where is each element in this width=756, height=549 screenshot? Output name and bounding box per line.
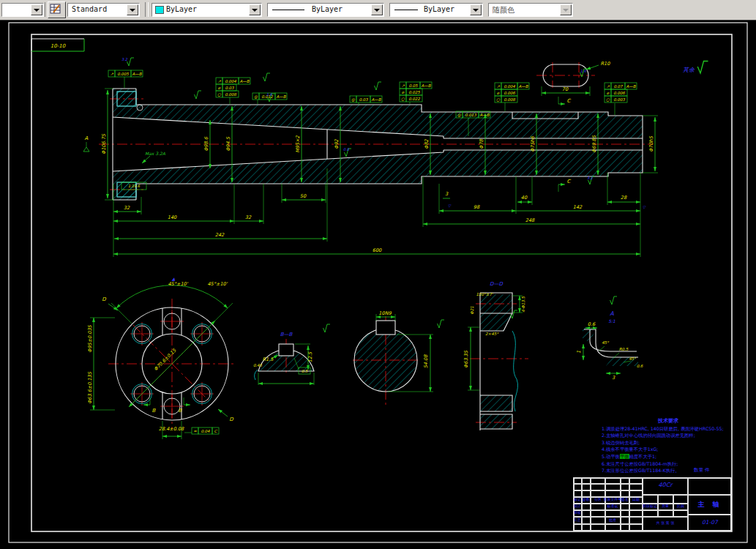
style-table-pencil-icon	[48, 2, 64, 16]
lineweight-control-combo[interactable]: ByLayer	[389, 3, 483, 17]
note-line: 5.动平衡平衡精度不大于1;	[602, 453, 735, 460]
roughness-icon	[323, 324, 331, 332]
gdt-frame-text: A—B	[132, 72, 142, 76]
title-block-cell	[582, 517, 591, 524]
title-block-label: 审核	[574, 510, 581, 515]
dim-label: D	[102, 296, 106, 302]
gdt-frame-text: ⌀	[402, 90, 405, 94]
dim-label: 242	[215, 232, 225, 238]
color-control-combo[interactable]: ByLayer	[151, 3, 262, 17]
dim-label: 40	[521, 195, 528, 201]
dim-label: 600	[373, 247, 382, 253]
gdt-frame-text: A—B	[239, 79, 250, 83]
linetype-dropdown-icon[interactable]	[371, 4, 383, 15]
note-line: 6.未注尺寸公差按GB/T1804-m执行;	[602, 460, 735, 468]
dim-label: 1:19.6	[128, 184, 141, 188]
title-block-cell	[629, 484, 643, 490]
gdt-frame-text: A—B	[479, 113, 490, 117]
title-block-label: 设计	[574, 504, 581, 508]
dim-label: ▲	[171, 276, 176, 281]
title-block-cell	[582, 477, 591, 484]
title-block-label: 标记	[574, 497, 581, 501]
title-block-label: 质量	[662, 504, 669, 508]
named-view-dropdown-icon[interactable]	[31, 4, 42, 15]
gdt-frame-text: 0.003	[613, 97, 625, 102]
dim-label: Φ63.6±0.135	[87, 371, 93, 404]
toolbar-separator	[145, 2, 149, 17]
gdt-frame-text: A—B	[421, 83, 431, 88]
gdt-frame-text: 0.03	[225, 86, 234, 90]
dim-label: Φ69.85	[591, 135, 597, 153]
dim-label: 50	[300, 193, 307, 199]
dim-label: A	[610, 310, 614, 317]
dim-label: 1.6	[266, 92, 273, 97]
gdt-frame-text: 0.006	[504, 91, 515, 95]
title-block-cell	[643, 510, 658, 517]
gdt-frame-text: 0.07	[613, 84, 624, 89]
gdt-frame-text: 0.008	[225, 92, 236, 97]
title-block-label: 处数	[583, 497, 590, 501]
gdt-frame-text: A—B	[371, 97, 381, 102]
gdt-frame-text: 0.005	[117, 72, 129, 76]
text-style-dropdown-icon[interactable]	[127, 4, 138, 15]
gdt-frame-text: 0.004	[504, 84, 515, 89]
lineweight-dropdown-icon[interactable]	[470, 4, 482, 15]
cyan-lines	[117, 92, 518, 411]
part-name-field: 主 轴	[697, 500, 722, 509]
dim-label: Φ95±0.035	[87, 324, 93, 352]
note-line: 1.调质处理28-41HRC, 140目研磨后, 表面淬硬HRC50-55;	[602, 425, 735, 433]
gdt-frame-text: 0.006	[613, 91, 625, 95]
title-block-cell	[629, 517, 643, 524]
title-block-cell	[629, 510, 643, 517]
dim-label: Φ92	[334, 138, 340, 149]
dim-label: B	[152, 408, 157, 414]
dim-label: 10N9	[378, 310, 392, 316]
title-block-cell	[629, 477, 643, 484]
plotstyle-dropdown-icon	[560, 4, 572, 15]
dim-label: 98	[474, 204, 480, 210]
gdt-frame-text: 0.008	[504, 97, 515, 102]
dim-label: 5:1	[608, 318, 615, 324]
title-block-cell	[629, 490, 643, 497]
cad-application: { "toolbar": { "style_label": "Standard"…	[0, 0, 756, 549]
dim-label: 其余	[683, 67, 695, 73]
gdt-frame-text: ○	[606, 97, 610, 102]
roughness-icon	[438, 320, 445, 328]
named-view-combo[interactable]	[1, 3, 44, 17]
title-block-label: 批准	[609, 518, 616, 522]
technical-notes: 技术要求 1.调质处理28-41HRC, 140目研磨后, 表面淬硬HRC50-…	[602, 418, 735, 474]
dim-label: Φ63.35	[463, 350, 469, 368]
dim-label: 3	[612, 375, 615, 381]
gdt-frame-text: 0.05	[408, 83, 418, 88]
roughness-icon	[127, 58, 135, 66]
dim-label: ▽	[643, 205, 646, 209]
title-block-label: 标准化	[607, 504, 618, 508]
linetype-control-combo[interactable]: ByLayer	[267, 3, 384, 17]
dim-label: 3.2	[587, 176, 594, 180]
title-block-cell	[591, 477, 605, 484]
title-block-cell	[591, 517, 605, 524]
section-hatch	[113, 89, 643, 429]
title-block-cell	[621, 524, 629, 531]
title-block-cell	[629, 504, 643, 510]
color-dropdown-icon[interactable]	[249, 4, 261, 15]
dim-label: 10-10	[50, 43, 66, 49]
title-block-cell	[591, 504, 605, 510]
notes-title: 技术要求	[602, 418, 735, 425]
note-line: 7.未注形位公差按GB/T1184-K执行。	[602, 467, 735, 474]
text-style-button[interactable]	[48, 1, 66, 18]
dim-label: B—B	[280, 332, 293, 337]
notes-quantity: 数量 件	[694, 467, 710, 474]
gdt-frame-text: ◎	[254, 94, 258, 99]
title-block-label: 分区	[594, 497, 602, 501]
title-block-cell	[573, 477, 582, 484]
roughness-icon	[195, 91, 202, 99]
text-style-combo[interactable]: Standard	[67, 3, 140, 17]
plotstyle-value: 随颜色	[493, 5, 514, 15]
title-block-cell	[605, 524, 621, 531]
color-swatch	[155, 6, 164, 14]
title-block-label: 日期	[632, 497, 640, 501]
gdt-frame-text: ↗	[606, 84, 610, 89]
gdt-frame-text: ↗	[496, 84, 500, 89]
title-block-cell	[605, 490, 621, 497]
